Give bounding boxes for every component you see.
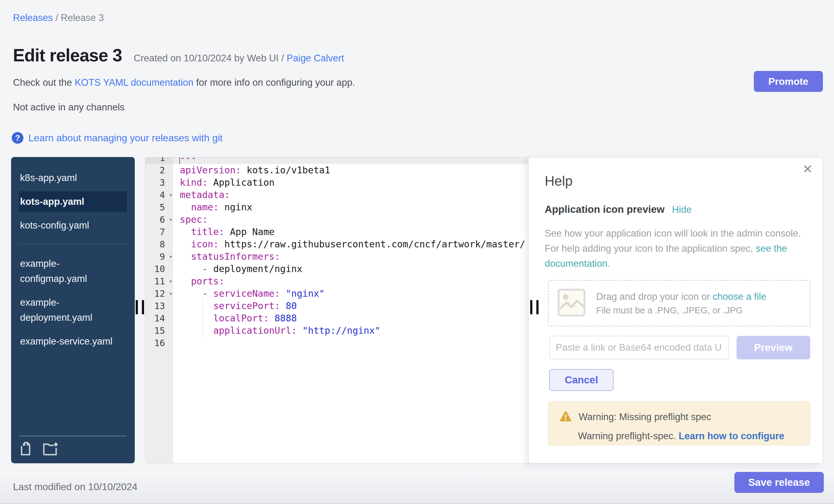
git-releases-link[interactable]: Learn about managing your releases with … bbox=[28, 132, 223, 144]
gutter-line-2: 2 bbox=[145, 164, 173, 176]
preflight-warning-box: Warning: Missing preflight spec Warning … bbox=[548, 401, 810, 445]
image-placeholder-icon bbox=[557, 288, 586, 318]
created-text: Created on 10/10/2024 by Web UI / bbox=[134, 53, 284, 64]
sidebar-divider bbox=[19, 244, 127, 244]
dropzone-file-types: File must be a .PNG, .JPEG, or .JPG bbox=[596, 305, 766, 315]
breadcrumb: Releases / Release 3 bbox=[13, 12, 104, 23]
file-item-kots-config.yaml[interactable]: kots-config.yaml bbox=[19, 215, 118, 236]
help-panel: ✕ Help Application icon preview Hide See… bbox=[528, 157, 823, 463]
title-row: Edit release 3 Created on 10/10/2024 by … bbox=[13, 45, 344, 65]
icon-preview-title: Application icon preview bbox=[545, 203, 665, 215]
gutter-line-12: 12▾ bbox=[145, 287, 173, 300]
file-item-example-configmap.yaml[interactable]: example-configmap.yaml bbox=[19, 253, 118, 289]
help-panel-title: Help bbox=[545, 173, 573, 189]
breadcrumb-releases-link[interactable]: Releases bbox=[13, 12, 53, 23]
fold-arrow-icon[interactable]: ▾ bbox=[169, 250, 173, 263]
warning-detail-text: Warning preflight-spec. bbox=[578, 431, 679, 441]
gutter-line-6: 6▾ bbox=[145, 214, 173, 226]
question-mark-icon: ? bbox=[12, 132, 23, 144]
last-modified-text: Last modified on 10/10/2024 bbox=[13, 481, 137, 492]
promote-button[interactable]: Promote bbox=[754, 71, 823, 92]
add-folder-icon[interactable] bbox=[43, 442, 59, 456]
fold-arrow-icon[interactable]: ▾ bbox=[169, 214, 173, 226]
save-release-button[interactable]: Save release bbox=[734, 472, 824, 493]
cancel-button[interactable]: Cancel bbox=[549, 369, 613, 391]
fold-arrow-icon[interactable]: ▾ bbox=[169, 287, 173, 300]
file-item-example-deployment.yaml[interactable]: example-deployment.yaml bbox=[19, 292, 118, 328]
git-help-row: ? Learn about managing your releases wit… bbox=[12, 132, 223, 144]
fold-arrow-icon[interactable]: ▾ bbox=[169, 275, 173, 287]
warning-title: Warning: Missing preflight spec bbox=[578, 412, 711, 422]
gutter-line-9: 9▾ bbox=[145, 250, 173, 263]
file-item-example-service.yaml[interactable]: example-service.yaml bbox=[19, 331, 118, 352]
gutter-line-16: 16 bbox=[145, 337, 173, 349]
help-panel-resize-handle[interactable] bbox=[530, 300, 540, 314]
release-workspace: k8s-app.yamlkots-app.yamlkots-config.yam… bbox=[11, 157, 823, 463]
warning-triangle-icon bbox=[559, 411, 572, 423]
doc-line-prefix: Check out the bbox=[13, 77, 75, 88]
preview-button[interactable]: Preview bbox=[737, 336, 810, 359]
doc-line-suffix: for more info on configuring your app. bbox=[193, 77, 355, 88]
hide-link[interactable]: Hide bbox=[672, 204, 692, 215]
gutter-line-7: 7 bbox=[145, 226, 173, 238]
sidebar-footer bbox=[19, 436, 127, 456]
gutter-line-15: 15 bbox=[145, 325, 173, 337]
page-title: Edit release 3 bbox=[13, 45, 122, 65]
editor-gutter: 1234▾56▾789▾1011▾12▾13141516 bbox=[145, 157, 173, 463]
gutter-line-4: 4▾ bbox=[145, 189, 173, 201]
close-icon[interactable]: ✕ bbox=[802, 163, 813, 175]
gutter-lines: 1234▾56▾789▾1011▾12▾13141516 bbox=[145, 157, 173, 349]
dropzone-text: Drag and drop your icon or choose a file… bbox=[596, 291, 766, 315]
kots-doc-line: Check out the KOTS YAML documentation fo… bbox=[13, 77, 355, 88]
breadcrumb-current: Release 3 bbox=[61, 12, 104, 23]
icon-dropzone[interactable]: Drag and drop your icon or choose a file… bbox=[548, 280, 810, 326]
description-period: . bbox=[607, 258, 610, 269]
add-file-icon[interactable] bbox=[19, 442, 33, 456]
icon-url-row: Preview bbox=[549, 336, 810, 359]
file-item-kots-app.yaml[interactable]: kots-app.yaml bbox=[19, 191, 127, 212]
file-sidebar: k8s-app.yamlkots-app.yamlkots-config.yam… bbox=[11, 157, 135, 463]
gutter-line-14: 14 bbox=[145, 312, 173, 325]
gutter-line-8: 8 bbox=[145, 238, 173, 250]
gutter-line-10: 10 bbox=[145, 263, 173, 275]
dropzone-line1: Drag and drop your icon or bbox=[596, 291, 712, 302]
gutter-line-5: 5 bbox=[145, 201, 173, 214]
icon-preview-description: See how your application icon will look … bbox=[545, 226, 807, 271]
file-list: k8s-app.yamlkots-app.yamlkots-config.yam… bbox=[11, 157, 135, 352]
kots-yaml-doc-link[interactable]: KOTS YAML documentation bbox=[75, 77, 193, 88]
channel-status-text: Not active in any channels bbox=[13, 102, 125, 113]
gutter-line-13: 13 bbox=[145, 300, 173, 312]
file-item-k8s-app.yaml[interactable]: k8s-app.yaml bbox=[19, 168, 118, 188]
gutter-line-1: 1 bbox=[145, 157, 173, 164]
icon-preview-section-head: Application icon preview Hide bbox=[545, 203, 692, 215]
warning-detail: Warning preflight-spec. Learn how to con… bbox=[578, 431, 801, 442]
choose-file-link[interactable]: choose a file bbox=[712, 291, 766, 302]
text-cursor bbox=[179, 157, 180, 164]
icon-url-input[interactable] bbox=[549, 336, 729, 359]
created-subtitle: Created on 10/10/2024 by Web UI / Paige … bbox=[134, 53, 344, 64]
breadcrumb-separator: / bbox=[56, 12, 61, 23]
gutter-line-3: 3 bbox=[145, 176, 173, 189]
gutter-line-11: 11▾ bbox=[145, 275, 173, 287]
fold-arrow-icon[interactable]: ▾ bbox=[169, 189, 173, 201]
sidebar-resize-handle[interactable] bbox=[136, 300, 145, 314]
learn-configure-link[interactable]: Learn how to configure bbox=[679, 431, 784, 441]
author-link[interactable]: Paige Calvert bbox=[287, 53, 344, 64]
